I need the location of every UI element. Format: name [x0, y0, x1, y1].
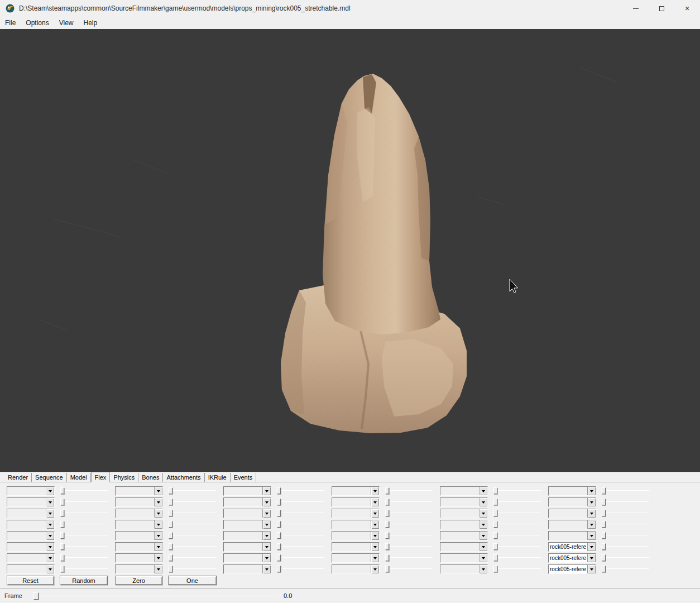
- flex-combo[interactable]: [223, 497, 271, 507]
- slider-thumb[interactable]: [493, 510, 497, 516]
- flex-slider[interactable]: [276, 542, 324, 552]
- chevron-down-icon[interactable]: [154, 532, 162, 540]
- tab-events[interactable]: Events: [231, 473, 257, 482]
- flex-slider[interactable]: [168, 486, 216, 496]
- chevron-down-icon[interactable]: [262, 509, 271, 518]
- slider-thumb[interactable]: [60, 554, 64, 561]
- menu-help[interactable]: Help: [79, 17, 103, 28]
- slider-thumb[interactable]: [493, 566, 497, 572]
- chevron-down-icon[interactable]: [262, 498, 271, 506]
- flex-combo[interactable]: [115, 486, 163, 496]
- slider-thumb[interactable]: [277, 543, 281, 550]
- chevron-down-icon[interactable]: [154, 487, 162, 495]
- slider-thumb[interactable]: [169, 487, 172, 494]
- slider-thumb[interactable]: [33, 592, 39, 600]
- slider-thumb[interactable]: [277, 487, 281, 494]
- flex-slider[interactable]: [276, 564, 324, 574]
- flex-slider[interactable]: [168, 509, 216, 518]
- flex-slider[interactable]: [601, 509, 649, 518]
- flex-combo[interactable]: [440, 553, 488, 563]
- slider-thumb[interactable]: [169, 499, 172, 505]
- flex-combo[interactable]: [7, 531, 55, 540]
- flex-slider[interactable]: [601, 542, 649, 552]
- slider-thumb[interactable]: [602, 532, 606, 539]
- slider-thumb[interactable]: [277, 510, 281, 516]
- flex-combo[interactable]: [440, 509, 488, 518]
- chevron-down-icon[interactable]: [479, 543, 487, 551]
- flex-combo[interactable]: [548, 520, 596, 529]
- flex-slider[interactable]: [385, 520, 433, 529]
- chevron-down-icon[interactable]: [46, 487, 54, 495]
- chevron-down-icon[interactable]: [371, 509, 379, 518]
- chevron-down-icon[interactable]: [262, 543, 271, 551]
- flex-slider[interactable]: [493, 564, 541, 574]
- flex-slider[interactable]: [493, 497, 541, 507]
- flex-combo[interactable]: [7, 542, 55, 552]
- flex-slider[interactable]: [60, 553, 108, 563]
- slider-thumb[interactable]: [169, 521, 172, 528]
- chevron-down-icon[interactable]: [46, 543, 54, 551]
- flex-slider[interactable]: [60, 564, 108, 574]
- flex-slider[interactable]: [60, 520, 108, 529]
- flex-slider[interactable]: [601, 564, 649, 574]
- chevron-down-icon[interactable]: [154, 543, 162, 551]
- slider-thumb[interactable]: [493, 499, 497, 505]
- flex-slider[interactable]: [493, 553, 541, 563]
- flex-slider[interactable]: [385, 509, 433, 518]
- flex-slider[interactable]: [60, 486, 108, 496]
- flex-combo[interactable]: [223, 509, 271, 518]
- flex-combo[interactable]: [7, 509, 55, 518]
- flex-slider[interactable]: [276, 553, 324, 563]
- flex-slider[interactable]: [60, 531, 108, 540]
- chevron-down-icon[interactable]: [46, 498, 54, 506]
- slider-thumb[interactable]: [602, 499, 606, 505]
- flex-slider[interactable]: [493, 486, 541, 496]
- flex-combo[interactable]: [115, 553, 163, 563]
- flex-combo[interactable]: [440, 497, 488, 507]
- chevron-down-icon[interactable]: [587, 520, 596, 529]
- flex-combo[interactable]: [7, 486, 55, 496]
- slider-thumb[interactable]: [602, 487, 606, 494]
- chevron-down-icon[interactable]: [46, 554, 54, 562]
- chevron-down-icon[interactable]: [587, 498, 596, 506]
- flex-combo[interactable]: [115, 542, 163, 552]
- slider-thumb[interactable]: [385, 566, 389, 572]
- slider-thumb[interactable]: [169, 532, 172, 539]
- chevron-down-icon[interactable]: [587, 487, 596, 495]
- slider-thumb[interactable]: [493, 543, 497, 550]
- slider-thumb[interactable]: [385, 499, 389, 505]
- flex-slider[interactable]: [168, 553, 216, 563]
- chevron-down-icon[interactable]: [587, 565, 596, 573]
- slider-thumb[interactable]: [169, 510, 172, 516]
- slider-thumb[interactable]: [493, 532, 497, 539]
- chevron-down-icon[interactable]: [479, 487, 487, 495]
- flex-slider[interactable]: [385, 542, 433, 552]
- flex-slider[interactable]: [601, 486, 649, 496]
- menu-options[interactable]: Options: [21, 17, 54, 28]
- slider-thumb[interactable]: [277, 532, 281, 539]
- flex-slider[interactable]: [276, 497, 324, 507]
- flex-combo[interactable]: [115, 531, 163, 540]
- flex-combo[interactable]: [223, 564, 271, 574]
- chevron-down-icon[interactable]: [479, 554, 487, 562]
- slider-thumb[interactable]: [277, 499, 281, 505]
- tab-physics[interactable]: Physics: [110, 473, 138, 482]
- flex-slider[interactable]: [60, 497, 108, 507]
- flex-slider[interactable]: [601, 531, 649, 540]
- chevron-down-icon[interactable]: [154, 520, 162, 529]
- minimize-button[interactable]: [623, 0, 649, 17]
- slider-thumb[interactable]: [277, 554, 281, 561]
- slider-thumb[interactable]: [385, 532, 389, 539]
- slider-thumb[interactable]: [385, 510, 389, 516]
- maximize-button[interactable]: [649, 0, 674, 17]
- flex-slider[interactable]: [601, 497, 649, 507]
- menu-file[interactable]: File: [0, 17, 21, 28]
- flex-slider[interactable]: [168, 520, 216, 529]
- random-button[interactable]: Random: [60, 576, 108, 585]
- flex-combo[interactable]: [332, 542, 380, 552]
- slider-thumb[interactable]: [169, 554, 172, 561]
- flex-combo[interactable]: [332, 509, 380, 518]
- flex-combo[interactable]: [332, 531, 380, 540]
- slider-thumb[interactable]: [169, 543, 172, 550]
- flex-combo[interactable]: [332, 497, 380, 507]
